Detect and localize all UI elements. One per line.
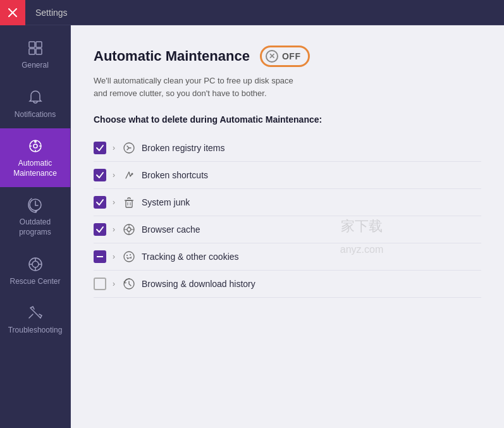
- item-label: Browser cache: [142, 224, 481, 235]
- outdated-programs-label: Outdated programs: [5, 217, 65, 237]
- item-label: Browsing & download history: [142, 279, 481, 289]
- svg-point-34: [126, 255, 128, 256]
- checkbox-broken-registry[interactable]: [94, 142, 106, 154]
- content-description: We'll automatically clean your PC to fre…: [94, 75, 481, 99]
- registry-icon: [121, 140, 137, 156]
- expand-chevron[interactable]: ›: [113, 225, 115, 234]
- svg-point-28: [127, 228, 131, 231]
- svg-point-35: [130, 254, 131, 255]
- window-title: Settings: [35, 8, 68, 18]
- item-label: Broken registry items: [142, 143, 481, 153]
- close-button[interactable]: [0, 0, 25, 25]
- general-label: General: [22, 61, 49, 71]
- content-header: Automatic Maintenance ✕ OFF: [94, 46, 481, 67]
- item-label: Broken shortcuts: [142, 170, 481, 180]
- svg-point-22: [132, 173, 133, 175]
- title-bar: Settings: [0, 0, 504, 25]
- svg-line-20: [29, 314, 33, 318]
- svg-point-33: [124, 252, 134, 262]
- partial-indicator: [97, 256, 103, 257]
- svg-point-7: [34, 144, 37, 148]
- checkbox-browser-cache[interactable]: [94, 223, 106, 236]
- expand-chevron[interactable]: ›: [113, 144, 115, 152]
- outdated-programs-icon: [27, 196, 44, 214]
- notifications-icon: [27, 89, 44, 106]
- choose-label: Choose what to delete during Automatic M…: [94, 114, 481, 125]
- expand-chevron[interactable]: ›: [113, 252, 115, 261]
- list-item: › Browsing & download history: [94, 271, 481, 298]
- automatic-maintenance-icon: [27, 137, 44, 155]
- page-title: Automatic Maintenance: [94, 48, 250, 64]
- checkbox-system-junk[interactable]: [94, 196, 106, 209]
- expand-chevron[interactable]: ›: [113, 279, 115, 288]
- sidebar-item-outdated-programs[interactable]: Outdated programs: [0, 187, 70, 246]
- general-icon: [27, 39, 44, 57]
- toggle-label: OFF: [282, 51, 301, 61]
- item-label: Tracking & other cookies: [142, 252, 481, 262]
- sidebar: General Notifications Automatic Maintena…: [0, 25, 71, 428]
- svg-rect-23: [126, 200, 132, 207]
- rescue-center-icon: [27, 255, 44, 273]
- sidebar-item-automatic-maintenance[interactable]: Automatic Maintenance: [0, 128, 70, 187]
- item-label: System junk: [142, 197, 481, 207]
- list-item: › Broken registry items: [94, 135, 481, 162]
- checkbox-broken-shortcuts[interactable]: [94, 169, 106, 181]
- toggle-off-button[interactable]: ✕ OFF: [260, 46, 310, 67]
- svg-rect-2: [29, 42, 35, 47]
- checkbox-tracking-cookies[interactable]: [94, 250, 106, 263]
- list-item: › Browser cache: [94, 216, 481, 243]
- checkbox-browsing-history[interactable]: [94, 278, 106, 290]
- list-item: › Broken shortcuts: [94, 162, 481, 189]
- troubleshooting-label: Troubleshooting: [8, 326, 63, 336]
- expand-chevron[interactable]: ›: [113, 171, 115, 180]
- cookies-icon: [121, 249, 137, 264]
- history-icon: [121, 276, 137, 291]
- svg-point-12: [34, 140, 37, 143]
- troubleshooting-icon: [27, 304, 44, 322]
- sidebar-item-notifications[interactable]: Notifications: [0, 80, 70, 129]
- svg-rect-3: [36, 42, 42, 47]
- list-item: › Tracking & other cookies: [94, 243, 481, 271]
- expand-chevron[interactable]: ›: [113, 198, 115, 207]
- main-layout: General Notifications Automatic Maintena…: [0, 25, 504, 428]
- toggle-x-icon: ✕: [266, 50, 278, 63]
- browser-cache-icon: [121, 222, 137, 237]
- rescue-center-label: Rescue Center: [9, 277, 60, 287]
- sidebar-item-rescue-center[interactable]: Rescue Center: [0, 247, 70, 296]
- content-area: Automatic Maintenance ✕ OFF We'll automa…: [71, 25, 504, 428]
- svg-rect-5: [36, 49, 42, 54]
- sidebar-item-troubleshooting[interactable]: Troubleshooting: [0, 295, 70, 345]
- notifications-label: Notifications: [15, 110, 56, 120]
- sidebar-item-general[interactable]: General: [0, 30, 70, 80]
- list-item: › System junk: [94, 189, 481, 216]
- junk-icon: [121, 195, 137, 210]
- shortcut-icon: [121, 168, 137, 183]
- svg-rect-4: [29, 49, 35, 54]
- automatic-maintenance-label: Automatic Maintenance: [5, 159, 65, 178]
- svg-point-15: [32, 261, 39, 267]
